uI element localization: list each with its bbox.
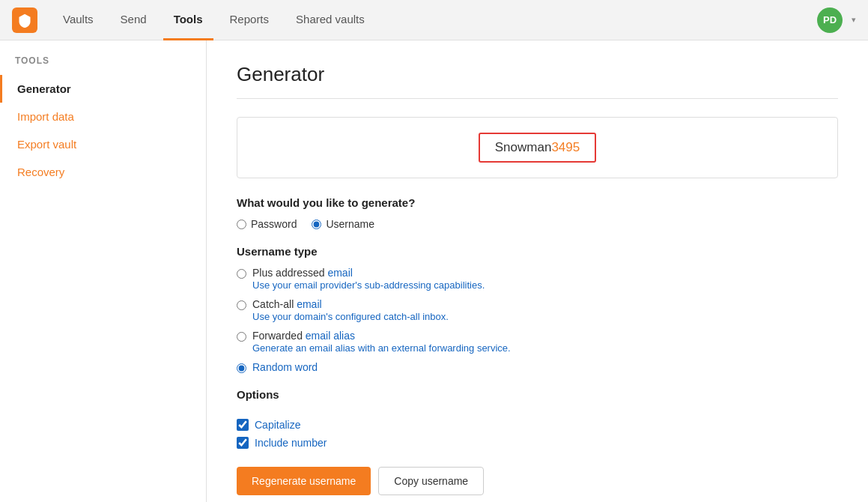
type-forwarded-link[interactable]: email alias <box>306 330 355 342</box>
type-catch-text: Catch-all <box>252 298 297 310</box>
action-buttons: Regenerate username Copy username <box>237 467 838 495</box>
sidebar-item-import-data[interactable]: Import data <box>0 103 206 130</box>
type-catch-link[interactable]: email <box>297 298 321 310</box>
options-label: Options <box>237 388 838 401</box>
type-forwarded-text: Forwarded <box>252 330 306 342</box>
type-forwarded[interactable]: Forwarded email alias Generate an email … <box>237 330 838 354</box>
type-catch-desc: Use your domain's configured catch-all i… <box>252 311 449 322</box>
nav-send[interactable]: Send <box>110 0 157 40</box>
type-forwarded-desc: Generate an email alias with an external… <box>252 342 511 354</box>
radio-username-input[interactable] <box>312 220 321 229</box>
generate-type-radio-group: Password Username <box>237 218 838 230</box>
radio-random-word[interactable] <box>237 363 246 373</box>
sidebar-item-recovery[interactable]: Recovery <box>0 158 206 186</box>
checkbox-include-number-option[interactable]: Include number <box>237 437 838 449</box>
radio-username-option[interactable]: Username <box>312 218 374 230</box>
user-dropdown-arrow[interactable]: ▾ <box>852 15 856 25</box>
checkbox-capitalize-label: Capitalize <box>255 419 300 431</box>
type-catch-all[interactable]: Catch-all email Use your domain's config… <box>237 298 838 322</box>
generated-value-wrapper: Snowman3495 <box>479 133 596 163</box>
nav-vaults[interactable]: Vaults <box>52 0 104 40</box>
sidebar-item-generator[interactable]: Generator <box>0 75 206 103</box>
nav-tools[interactable]: Tools <box>163 0 213 40</box>
copy-username-button[interactable]: Copy username <box>378 467 484 495</box>
generated-value-box: Snowman3495 <box>237 117 838 178</box>
type-plus-link[interactable]: email <box>327 267 352 279</box>
type-forwarded-label: Forwarded email alias <box>252 330 511 342</box>
user-avatar[interactable]: PD <box>817 7 843 33</box>
username-type-label: Username type <box>237 245 838 258</box>
radio-plus-addressed[interactable] <box>237 269 246 279</box>
radio-catch-all[interactable] <box>237 300 246 310</box>
username-type-section: Plus addressed email Use your email prov… <box>237 267 838 373</box>
radio-username-label: Username <box>326 218 374 230</box>
sidebar-title: TOOLS <box>0 55 206 75</box>
main-layout: TOOLS Generator Import data Export vault… <box>0 40 868 502</box>
radio-forwarded[interactable] <box>237 332 246 342</box>
sidebar-item-export-vault[interactable]: Export vault <box>0 130 206 158</box>
options-section: Capitalize Include number <box>237 419 838 449</box>
logo-icon[interactable] <box>12 7 37 33</box>
type-plus-label: Plus addressed email <box>252 267 485 279</box>
what-generate-label: What would you like to generate? <box>237 196 838 209</box>
type-catch-label: Catch-all email <box>252 298 449 310</box>
sidebar: TOOLS Generator Import data Export vault… <box>0 40 207 502</box>
type-random-word[interactable]: Random word <box>237 361 838 373</box>
radio-password-label: Password <box>251 218 297 230</box>
generated-text-black: Snowman <box>495 140 552 155</box>
generated-text-orange: 3495 <box>551 140 580 155</box>
page-title: Generator <box>237 63 838 86</box>
radio-password-option[interactable]: Password <box>237 218 297 230</box>
nav-reports[interactable]: Reports <box>219 0 280 40</box>
top-navigation: Vaults Send Tools Reports Shared vaults … <box>0 0 868 40</box>
checkbox-capitalize-input[interactable] <box>237 419 249 431</box>
type-random-link[interactable]: Random word <box>252 361 318 373</box>
regenerate-button[interactable]: Regenerate username <box>237 467 371 495</box>
checkbox-capitalize-option[interactable]: Capitalize <box>237 419 838 431</box>
type-plus-addressed[interactable]: Plus addressed email Use your email prov… <box>237 267 838 291</box>
type-plus-desc: Use your email provider's sub-addressing… <box>252 279 485 291</box>
divider <box>237 98 838 99</box>
type-random-label: Random word <box>252 361 318 373</box>
type-plus-text: Plus addressed <box>252 267 327 279</box>
radio-password-input[interactable] <box>237 220 246 229</box>
main-content: Generator Snowman3495 What would you lik… <box>207 40 868 502</box>
checkbox-include-number-input[interactable] <box>237 437 249 449</box>
checkbox-include-number-label: Include number <box>255 437 327 449</box>
nav-shared-vaults[interactable]: Shared vaults <box>285 0 375 40</box>
